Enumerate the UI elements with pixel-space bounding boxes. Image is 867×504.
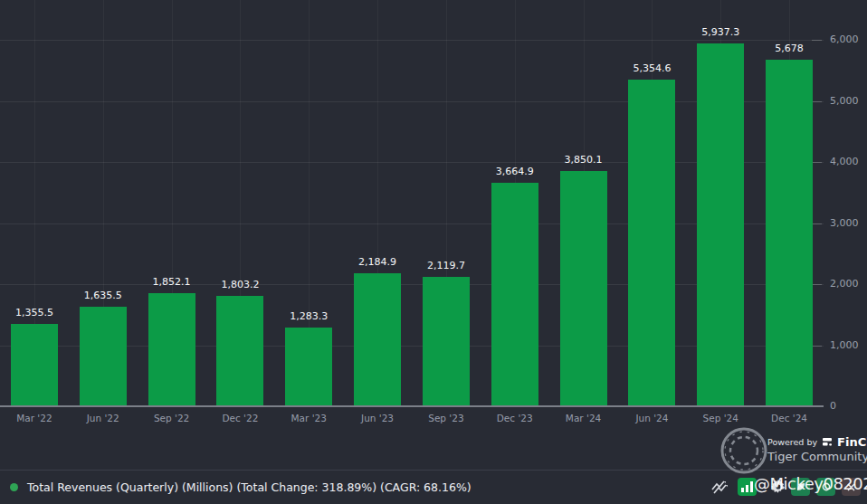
bar-chart-button[interactable] — [738, 478, 757, 496]
bar[interactable] — [11, 324, 58, 406]
bar-value-label: 5,937.3 — [686, 26, 755, 38]
tiger-logo-icon — [719, 425, 769, 476]
y-axis-tick — [812, 284, 822, 285]
bar-value-label: 1,355.5 — [0, 307, 69, 319]
y-axis-tick-label: 3,000 — [830, 217, 859, 229]
x-axis-tick-label: Dec '23 — [481, 413, 549, 423]
x-axis-tick-label: Sep '22 — [138, 413, 206, 423]
bar-value-label: 3,664.9 — [481, 166, 549, 177]
y-axis-tick — [812, 346, 822, 347]
chart-widget: 01,0002,0003,0004,0005,0006,0001,355.5Ma… — [0, 0, 867, 504]
y-axis-tick-label: 5,000 — [830, 95, 859, 107]
close-button[interactable] — [842, 478, 861, 496]
community-label: Tiger Community — [767, 450, 867, 463]
bar[interactable] — [148, 293, 195, 406]
y-axis-tick — [812, 162, 822, 163]
green-action-button-1[interactable] — [791, 478, 810, 496]
bar[interactable] — [766, 60, 813, 406]
y-axis-tick-label: 4,000 — [830, 156, 859, 167]
bar[interactable] — [80, 307, 127, 406]
bar[interactable] — [560, 171, 607, 406]
bar-chart-icon — [741, 481, 753, 492]
bar-value-label: 2,184.9 — [343, 256, 412, 268]
leaf-icon — [796, 482, 805, 491]
y-axis-tick-label: 0 — [830, 400, 836, 412]
bar-value-label: 5,678 — [755, 43, 824, 54]
x-axis-tick-label: Mar '22 — [0, 413, 69, 423]
x-axis-tick-label: Mar '23 — [274, 413, 343, 423]
bar[interactable] — [491, 183, 538, 406]
bar-value-label: 2,119.7 — [412, 260, 481, 271]
x-axis-tick-label: Jun '23 — [343, 413, 412, 423]
legend-label[interactable]: Total Revenues (Quarterly) (Millions) (T… — [27, 480, 472, 494]
x-axis-tick-label: Sep '24 — [686, 413, 755, 423]
x-axis-tick-label: Jun '22 — [69, 413, 138, 423]
y-axis-tick-label: 1,000 — [830, 339, 859, 351]
chart-toolbar — [710, 478, 861, 496]
gridline-horizontal — [0, 40, 824, 41]
bar[interactable] — [628, 80, 675, 406]
bar-value-label: 3,850.1 — [549, 154, 618, 166]
x-axis-line — [0, 405, 824, 407]
multi-line-chart-icon[interactable] — [710, 478, 729, 496]
x-axis-tick-label: Dec '22 — [206, 413, 275, 423]
bar[interactable] — [216, 296, 263, 406]
bar-value-label: 1,803.2 — [206, 279, 275, 290]
finchat-logo-icon — [822, 437, 833, 448]
y-axis-tick — [812, 40, 822, 41]
bar[interactable] — [285, 328, 332, 406]
x-axis-tick-label: Mar '24 — [549, 413, 618, 423]
x-axis-tick-label: Jun '24 — [618, 413, 687, 423]
bar[interactable] — [697, 43, 744, 406]
bar-value-label: 5,354.6 — [618, 62, 687, 74]
y-axis-tick — [812, 223, 822, 224]
close-icon — [847, 483, 855, 491]
plot-area: 01,0002,0003,0004,0005,0006,0001,355.5Ma… — [0, 0, 824, 406]
y-axis-tick-label: 6,000 — [830, 33, 859, 45]
bar-value-label: 1,283.3 — [274, 310, 343, 322]
bar-value-label: 1,635.5 — [69, 290, 138, 301]
circle-icon — [822, 482, 831, 491]
x-axis-tick-label: Sep '23 — [412, 413, 481, 423]
legend-dot — [10, 483, 18, 491]
bar[interactable] — [354, 273, 401, 406]
brand-name: FinChat — [837, 435, 867, 449]
y-axis-tick — [812, 101, 822, 102]
settings-gear-icon[interactable] — [769, 478, 787, 496]
powered-by-block: Powered by FinChat Tiger Community — [767, 435, 867, 463]
bar[interactable] — [423, 277, 470, 406]
green-action-button-2[interactable] — [816, 478, 835, 496]
x-axis-tick-label: Dec '24 — [755, 413, 824, 423]
y-axis-tick-label: 2,000 — [830, 278, 859, 290]
bar-value-label: 1,852.1 — [138, 276, 206, 288]
powered-by-label: Powered by — [767, 437, 817, 447]
